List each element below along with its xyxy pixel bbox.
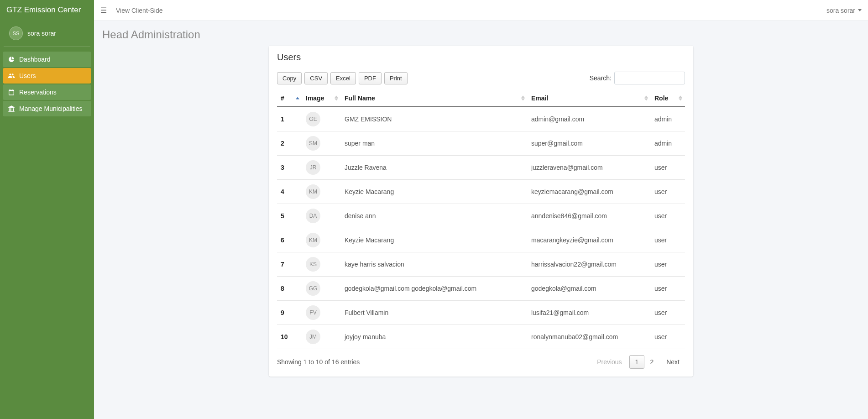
cell-index: 1 — [277, 107, 302, 131]
cell-fullname: godegkola@gmail.com godegkola@gmail.com — [341, 277, 528, 301]
sidebar-user-name: sora sorar — [27, 30, 56, 37]
cell-role: user — [651, 204, 685, 228]
sidebar-item-users[interactable]: Users — [3, 68, 91, 84]
card-title: Users — [269, 46, 693, 66]
table-row[interactable]: 1GEGMZ EMISSIONadmin@gmail.comadmin — [277, 107, 685, 131]
cell-role: user — [651, 252, 685, 277]
view-client-link[interactable]: View Client-Side — [116, 7, 162, 14]
topbar-user-name: sora sorar — [826, 7, 855, 14]
cell-role: user — [651, 180, 685, 204]
sidebar-item-reservations[interactable]: Reservations — [3, 84, 91, 100]
cell-role: user — [651, 325, 685, 349]
sidebar-item-label: Manage Municipalities — [19, 105, 83, 112]
cell-role: admin — [651, 107, 685, 131]
sidebar-item-dashboard[interactable]: Dashboard — [3, 52, 91, 67]
export-buttons: Copy CSV Excel PDF Print — [277, 72, 408, 84]
users-icon — [7, 72, 16, 79]
sort-icon — [679, 96, 682, 101]
page-1[interactable]: 1 — [629, 355, 645, 369]
cell-fullname: Keyzie Macarang — [341, 228, 528, 252]
pdf-button[interactable]: PDF — [359, 72, 382, 84]
page-previous[interactable]: Previous — [591, 356, 627, 368]
cell-email: admin@gmail.com — [528, 107, 651, 131]
building-icon — [7, 105, 16, 112]
print-button[interactable]: Print — [384, 72, 408, 84]
cell-index: 10 — [277, 325, 302, 349]
col-index[interactable]: # — [277, 90, 302, 107]
cell-email: super@gmail.com — [528, 131, 651, 156]
table-row[interactable]: 6KMKeyzie Macarangmacarangkeyzie@gmail.c… — [277, 228, 685, 252]
cell-fullname: joyjoy manuba — [341, 325, 528, 349]
cell-fullname: Fulbert Villamin — [341, 301, 528, 325]
hamburger-icon[interactable]: ☰ — [100, 6, 107, 15]
cell-role: admin — [651, 131, 685, 156]
cell-fullname: super man — [341, 131, 528, 156]
col-fullname[interactable]: Full Name — [341, 90, 528, 107]
table-info: Showing 1 to 10 of 16 entries — [277, 358, 360, 366]
cell-role: user — [651, 228, 685, 252]
excel-button[interactable]: Excel — [330, 72, 356, 84]
search-label: Search: — [590, 74, 612, 82]
col-image[interactable]: Image — [302, 90, 341, 107]
page-next[interactable]: Next — [661, 356, 685, 368]
cell-image: JM — [302, 325, 341, 349]
cell-email: keyziemacarang@gmail.com — [528, 180, 651, 204]
table-row[interactable]: 2SMsuper mansuper@gmail.comadmin — [277, 131, 685, 156]
calendar-icon — [7, 89, 16, 96]
table-row[interactable]: 10JMjoyjoy manubaronalynmanuba02@gmail.c… — [277, 325, 685, 349]
page-2[interactable]: 2 — [644, 356, 659, 368]
csv-button[interactable]: CSV — [304, 72, 328, 84]
avatar: JM — [306, 330, 320, 344]
chevron-down-icon — [858, 9, 862, 11]
col-role[interactable]: Role — [651, 90, 685, 107]
cell-index: 7 — [277, 252, 302, 277]
sidebar-item-municipalities[interactable]: Manage Municipalities — [3, 101, 91, 116]
cell-image: KM — [302, 180, 341, 204]
table-row[interactable]: 9FVFulbert Villaminlusifa21@gmail.comuse… — [277, 301, 685, 325]
sort-icon — [296, 97, 299, 100]
cell-image: KM — [302, 228, 341, 252]
table-row[interactable]: 3JRJuzzle Ravenajuzzleravena@gmail.comus… — [277, 156, 685, 180]
table-row[interactable]: 8GGgodegkola@gmail.com godegkola@gmail.c… — [277, 277, 685, 301]
cell-index: 8 — [277, 277, 302, 301]
cell-fullname: denise ann — [341, 204, 528, 228]
cell-role: user — [651, 277, 685, 301]
page-title: Head Administration — [102, 28, 860, 41]
cell-email: lusifa21@gmail.com — [528, 301, 651, 325]
cell-index: 3 — [277, 156, 302, 180]
cell-email: macarangkeyzie@gmail.com — [528, 228, 651, 252]
users-table: # Image Full Name — [277, 90, 685, 349]
sort-icon — [644, 96, 648, 101]
cell-image: JR — [302, 156, 341, 180]
avatar: GE — [306, 112, 320, 126]
table-row[interactable]: 4KMKeyzie Macarangkeyziemacarang@gmail.c… — [277, 180, 685, 204]
table-row[interactable]: 5DAdenise annanndenise846@gmail.comuser — [277, 204, 685, 228]
avatar: GG — [306, 281, 320, 296]
cell-fullname: Juzzle Ravena — [341, 156, 528, 180]
cell-index: 2 — [277, 131, 302, 156]
sidebar-user-panel[interactable]: SS sora sorar — [4, 20, 90, 47]
topbar: ☰ View Client-Side sora sorar — [94, 0, 868, 21]
content-header: Head Administration — [94, 21, 868, 46]
cell-image: GG — [302, 277, 341, 301]
brand-title[interactable]: GTZ Emission Center — [0, 0, 94, 20]
cell-index: 9 — [277, 301, 302, 325]
cell-email: anndenise846@gmail.com — [528, 204, 651, 228]
sidebar: GTZ Emission Center SS sora sorar Dashbo… — [0, 0, 94, 419]
cell-image: GE — [302, 107, 341, 131]
cell-image: FV — [302, 301, 341, 325]
pagination: Previous 12 Next — [591, 356, 685, 368]
col-email[interactable]: Email — [528, 90, 651, 107]
users-card: Users Copy CSV Excel PDF Print Search: — [269, 46, 693, 377]
sort-icon — [335, 96, 338, 101]
cell-email: godegkola@gmail.com — [528, 277, 651, 301]
avatar: SM — [306, 136, 320, 151]
table-row[interactable]: 7KSkaye harris salvacionharrissalvacion2… — [277, 252, 685, 277]
main-area: ☰ View Client-Side sora sorar Head Admin… — [94, 0, 868, 419]
search-input[interactable] — [614, 72, 685, 84]
topbar-user-menu[interactable]: sora sorar — [826, 7, 862, 14]
cell-role: user — [651, 156, 685, 180]
dashboard-icon — [7, 56, 16, 63]
sidebar-item-label: Reservations — [19, 89, 57, 96]
copy-button[interactable]: Copy — [277, 72, 302, 84]
